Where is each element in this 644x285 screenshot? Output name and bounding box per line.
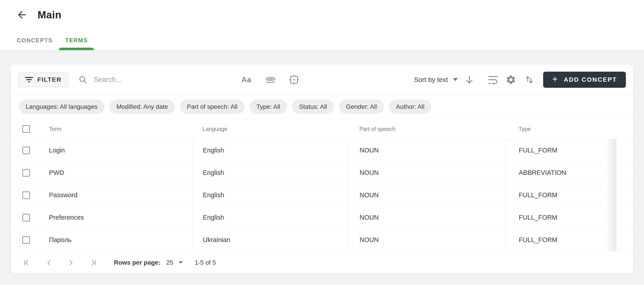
part-of-speech-cell: NOUN	[349, 206, 506, 229]
part-of-speech-cell: NOUN	[349, 184, 506, 206]
rows-per-page-value: 25	[166, 259, 173, 266]
pagination-range: 1-5 of 5	[195, 259, 216, 266]
chevron-right-icon	[66, 258, 75, 267]
wrap-text-icon	[488, 75, 498, 84]
term-cell: Пароль	[42, 229, 193, 251]
table-row[interactable]: Preferences English NOUN FULL_FORM	[11, 206, 633, 229]
row-checkbox[interactable]	[22, 191, 30, 199]
search-input[interactable]	[94, 76, 237, 84]
pagination-bar: Rows per page: 25 1-5 of 5	[11, 251, 633, 274]
add-concept-button[interactable]: + ADD CONCEPT	[543, 72, 626, 88]
type-cell: FULL_FORM	[506, 229, 617, 251]
sort-by-dropdown[interactable]: Sort by text	[414, 76, 458, 84]
table-row[interactable]: PWD English NOUN ABBREVIATION	[11, 161, 633, 184]
pager-buttons	[22, 258, 97, 267]
wrap-text-button[interactable]	[488, 75, 498, 84]
row-checkbox[interactable]	[22, 169, 30, 177]
table-row[interactable]: Login English NOUN FULL_FORM	[11, 139, 633, 161]
first-page-button[interactable]	[22, 258, 32, 267]
terms-card: FILTER Aa	[10, 64, 634, 274]
filter-icon	[25, 76, 33, 84]
term-cell: Preferences	[42, 206, 193, 229]
center-focus-icon	[289, 75, 299, 85]
barcode-icon	[265, 75, 276, 85]
chip-status[interactable]: Status: All	[292, 100, 334, 114]
add-concept-label: ADD CONCEPT	[564, 76, 617, 83]
column-header-term: Term	[42, 119, 193, 139]
chip-gender[interactable]: Gender: All	[339, 100, 384, 114]
tab-bar: CONCEPTS TERMS	[10, 31, 94, 50]
filter-button[interactable]: FILTER	[18, 72, 68, 87]
type-cell: FULL_FORM	[506, 184, 617, 206]
language-cell: English	[193, 184, 349, 206]
language-cell: English	[193, 139, 349, 161]
filter-chip-row: Languages: All languages Modified: Any d…	[11, 95, 633, 119]
tab-terms[interactable]: TERMS	[59, 31, 94, 50]
row-checkbox[interactable]	[22, 214, 30, 221]
page-header: Main CONCEPTS TERMS	[0, 0, 644, 50]
row-checkbox[interactable]	[22, 236, 30, 244]
filter-button-label: FILTER	[37, 76, 62, 83]
part-of-speech-cell: NOUN	[349, 139, 506, 161]
previous-page-button[interactable]	[44, 258, 54, 267]
next-page-button[interactable]	[66, 258, 75, 267]
column-header-type: Type	[506, 119, 617, 139]
chevron-down-icon	[179, 261, 183, 264]
part-of-speech-cell: NOUN	[349, 229, 506, 251]
arrows-up-down-icon	[524, 75, 534, 85]
plus-icon: +	[552, 75, 558, 84]
tab-concepts[interactable]: CONCEPTS	[10, 31, 59, 50]
whole-word-button[interactable]	[265, 75, 276, 85]
terms-toolbar: FILTER Aa	[11, 65, 633, 95]
reorder-button[interactable]	[524, 75, 534, 85]
chevron-left-icon	[44, 258, 54, 267]
term-cell: Login	[42, 139, 193, 161]
back-button[interactable]	[16, 9, 28, 21]
settings-button[interactable]	[506, 74, 516, 85]
chip-part-of-speech[interactable]: Part of speech: All	[180, 100, 244, 114]
first-page-icon	[22, 258, 32, 267]
sort-by-label: Sort by text	[414, 76, 448, 84]
center-focus-button[interactable]	[289, 75, 299, 85]
rows-per-page-select[interactable]: 25	[166, 259, 182, 266]
arrow-left-icon	[16, 9, 28, 21]
type-cell: FULL_FORM	[506, 139, 617, 161]
arrow-down-icon	[464, 75, 474, 85]
language-cell: Ukrainian	[193, 229, 349, 251]
terminology-page: Main CONCEPTS TERMS FILTER	[0, 0, 644, 285]
type-cell: ABBREVIATION	[506, 162, 617, 184]
gear-icon	[506, 74, 516, 85]
table-row[interactable]: Password English NOUN FULL_FORM	[11, 184, 633, 206]
chip-author[interactable]: Author: All	[389, 100, 432, 114]
column-header-part-of-speech: Part of speech	[349, 119, 506, 139]
row-checkbox[interactable]	[22, 147, 30, 154]
table-row[interactable]: Пароль Ukrainian NOUN FULL_FORM	[11, 229, 633, 251]
last-page-icon	[88, 258, 97, 267]
chevron-down-icon	[453, 78, 458, 81]
match-case-icon: Aa	[241, 75, 251, 84]
sort-direction-button[interactable]	[464, 75, 474, 85]
chip-languages[interactable]: Languages: All languages	[19, 100, 104, 114]
chip-type[interactable]: Type: All	[250, 100, 287, 114]
language-cell: English	[193, 162, 349, 184]
toolbar-right-group: Sort by text	[414, 72, 626, 88]
column-header-language: Language	[193, 119, 349, 139]
part-of-speech-cell: NOUN	[349, 162, 506, 184]
rows-per-page-label: Rows per page:	[114, 259, 160, 266]
language-cell: English	[193, 206, 349, 229]
search-box	[78, 75, 237, 85]
table-body: Login English NOUN FULL_FORM PWD English…	[11, 139, 633, 251]
type-cell: FULL_FORM	[506, 206, 617, 229]
search-option-icons: Aa	[241, 75, 299, 85]
select-all-checkbox[interactable]	[22, 125, 30, 133]
page-title: Main	[38, 8, 62, 22]
term-cell: Password	[42, 184, 193, 206]
last-page-button[interactable]	[88, 258, 97, 267]
chip-modified[interactable]: Modified: Any date	[110, 100, 175, 114]
search-icon	[78, 75, 88, 85]
term-cell: PWD	[42, 162, 193, 184]
match-case-button[interactable]: Aa	[241, 75, 251, 84]
table-header-row: Term Language Part of speech Type	[11, 119, 633, 139]
